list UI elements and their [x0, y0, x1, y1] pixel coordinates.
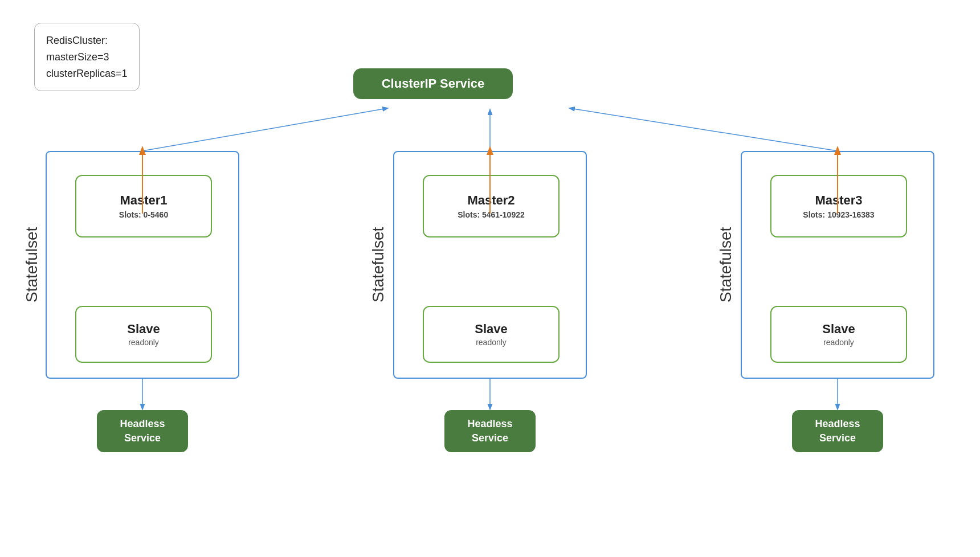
master3-node: Master3 Slots: 10923-16383: [770, 175, 907, 237]
statefulset-box-right: Master3 Slots: 10923-16383 Slave readonl…: [741, 151, 934, 379]
slave3-title: Slave: [822, 322, 855, 337]
svg-line-2: [570, 108, 838, 151]
slave3-subtitle: readonly: [823, 338, 854, 347]
slave3-node: Slave readonly: [770, 306, 907, 363]
slave2-node: Slave readonly: [423, 306, 560, 363]
statefulset-label-center: Statefulset: [369, 151, 387, 379]
statefulset-label-right: Statefulset: [717, 151, 735, 379]
config-line2: clusterReplicas=1: [46, 65, 128, 82]
clusterip-service: ClusterIP Service: [353, 68, 513, 99]
slave1-node: Slave readonly: [75, 306, 212, 363]
clusterip-label: ClusterIP Service: [382, 76, 485, 91]
master3-title: Master3: [815, 193, 862, 208]
slave2-subtitle: readonly: [476, 338, 507, 347]
slave1-title: Slave: [127, 322, 160, 337]
statefulset-box-left: Master1 Slots: 0-5460 Slave readonly: [46, 151, 239, 379]
headless-service-center: HeadlessService: [444, 410, 536, 452]
statefulset-box-center: Master2 Slots: 5461-10922 Slave readonly: [393, 151, 587, 379]
master1-node: Master1 Slots: 0-5460: [75, 175, 212, 237]
config-box: RedisCluster: masterSize=3 clusterReplic…: [34, 23, 140, 91]
slave2-title: Slave: [475, 322, 508, 337]
headless-service-right: HeadlessService: [792, 410, 883, 452]
master3-slots: Slots: 10923-16383: [803, 210, 874, 219]
slave1-subtitle: readonly: [128, 338, 159, 347]
master2-title: Master2: [467, 193, 514, 208]
master1-slots: Slots: 0-5460: [119, 210, 168, 219]
master2-slots: Slots: 5461-10922: [458, 210, 525, 219]
config-title: RedisCluster:: [46, 32, 128, 49]
master2-node: Master2 Slots: 5461-10922: [423, 175, 560, 237]
diagram-container: RedisCluster: masterSize=3 clusterReplic…: [0, 0, 980, 557]
statefulset-label-left: Statefulset: [23, 151, 41, 379]
config-line1: masterSize=3: [46, 49, 128, 65]
headless-service-left: HeadlessService: [97, 410, 188, 452]
master1-title: Master1: [120, 193, 167, 208]
svg-line-0: [142, 108, 387, 151]
